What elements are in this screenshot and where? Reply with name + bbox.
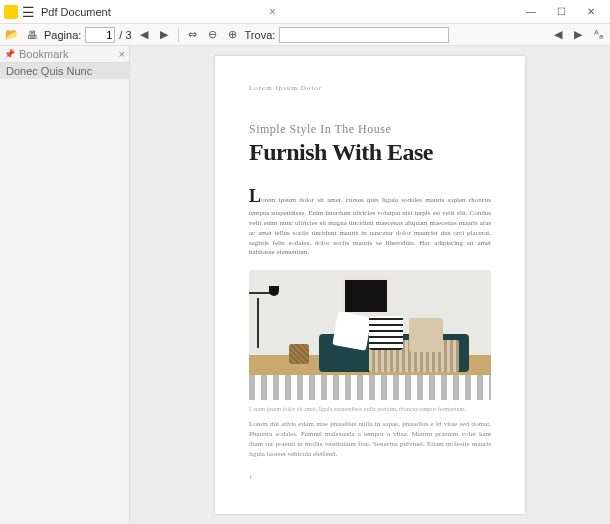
fit-width-icon[interactable]: ⇔	[185, 27, 201, 43]
photo-caption: Lorem ipsum dolor sit amet, ligula suspe…	[249, 406, 491, 412]
print-icon[interactable]: 🖶	[24, 27, 40, 43]
maximize-button[interactable]: ☐	[546, 2, 576, 22]
pin-icon[interactable]: 📌	[4, 49, 15, 59]
match-case-icon[interactable]: ᴬₐ	[590, 27, 606, 43]
sidebar: 📌 Bookmark × Donec Quis Nunc	[0, 46, 130, 524]
page-total: / 3	[119, 29, 131, 41]
menu-icon[interactable]: ☰	[22, 4, 35, 20]
sidebar-title: Bookmark	[19, 48, 69, 60]
titlebar: ☰ Pdf Document × — ☐ ✕	[0, 0, 610, 24]
minimize-button[interactable]: —	[516, 2, 546, 22]
find-next-icon[interactable]: ▶	[570, 27, 586, 43]
next-page-icon[interactable]: ▶	[156, 27, 172, 43]
body-paragraph-1: Lorem ipsum dolor sit amet, cursus quis …	[249, 184, 491, 258]
subheadline: Simple Style In The House	[249, 122, 491, 137]
eyebrow-text: Lorem Ipsum Dolor	[249, 84, 491, 92]
find-prev-icon[interactable]: ◀	[550, 27, 566, 43]
close-button[interactable]: ✕	[576, 2, 606, 22]
tab-close-icon[interactable]: ×	[269, 5, 276, 19]
sidebar-close-icon[interactable]: ×	[119, 48, 125, 60]
prev-page-icon[interactable]: ◀	[136, 27, 152, 43]
toolbar: 📂 🖶 Pagina: / 3 ◀ ▶ ⇔ ⊖ ⊕ Trova: ◀ ▶ ᴬₐ	[0, 24, 610, 46]
dropcap: L	[249, 186, 261, 206]
article-photo	[249, 270, 491, 400]
zoom-in-icon[interactable]: ⊕	[225, 27, 241, 43]
headline: Furnish With Ease	[249, 139, 491, 166]
bookmark-item[interactable]: Donec Quis Nunc	[0, 63, 129, 79]
separator	[178, 28, 179, 42]
find-input[interactable]	[279, 27, 449, 43]
zoom-out-icon[interactable]: ⊖	[205, 27, 221, 43]
sidebar-header: 📌 Bookmark ×	[0, 46, 129, 63]
page-number: 1	[249, 473, 491, 481]
find-label: Trova:	[245, 29, 276, 41]
pdf-page: Lorem Ipsum Dolor Simple Style In The Ho…	[215, 56, 525, 514]
page-viewer[interactable]: Lorem Ipsum Dolor Simple Style In The Ho…	[130, 46, 610, 524]
page-label: Pagina:	[44, 29, 81, 41]
window-title: Pdf Document	[41, 6, 111, 18]
main-area: 📌 Bookmark × Donec Quis Nunc Lorem Ipsum…	[0, 46, 610, 524]
body1-text: orem ipsum dolor sit amet, cursus quis l…	[249, 196, 491, 256]
page-input[interactable]	[85, 27, 115, 43]
open-icon[interactable]: 📂	[4, 27, 20, 43]
app-icon	[4, 5, 18, 19]
body-paragraph-2: Lorem dui advis etiam mae phasellus null…	[249, 420, 491, 459]
